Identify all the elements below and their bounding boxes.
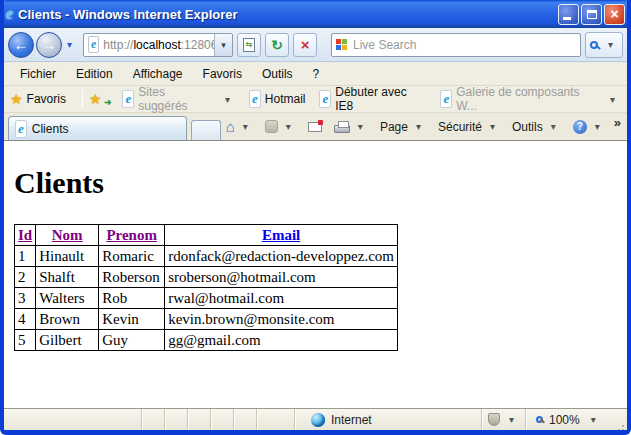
title-bar: e Clients - Windows Internet Explorer × — [0, 0, 631, 28]
tools-menu-button[interactable]: Outils ▾ — [507, 118, 566, 136]
cell-nom: Hinault — [36, 246, 99, 267]
cell-prenom: Roberson — [99, 267, 165, 288]
status-segment — [4, 409, 142, 430]
close-button[interactable]: × — [604, 4, 625, 25]
shield-icon — [488, 413, 500, 426]
add-favorite-star-icon: ★ — [89, 91, 102, 107]
tab-clients[interactable]: e Clients — [8, 116, 187, 140]
tools-dropdown-icon: ▾ — [546, 121, 561, 132]
home-button[interactable]: ⌂ ▾ — [221, 116, 258, 137]
resize-grip[interactable] — [613, 416, 627, 430]
address-bar[interactable]: e http://localhost:12806/ ▾ — [83, 33, 233, 57]
page-menu-button[interactable]: Page ▾ — [375, 118, 431, 136]
clients-table: Id Nom Prenom Email 1 Hinault Romaric rd… — [14, 224, 398, 351]
search-box[interactable] — [331, 33, 581, 57]
feeds-button[interactable]: ▾ — [260, 118, 301, 135]
cell-email: gg@gmail.com — [165, 330, 398, 351]
maximize-button[interactable] — [581, 4, 602, 25]
sort-nom-link[interactable]: Nom — [52, 227, 83, 243]
ie-logo-icon: e — [6, 5, 13, 23]
ie-favicon: e — [319, 90, 331, 108]
sort-prenom-link[interactable]: Prenom — [106, 227, 157, 243]
command-bar: ⌂ ▾ ▾ ▾ Page ▾ Sécurité ▾ — [221, 113, 627, 140]
minimize-button[interactable] — [558, 4, 579, 25]
sort-email-link[interactable]: Email — [262, 227, 300, 243]
recent-pages-dropdown[interactable]: ▾ — [62, 39, 77, 50]
add-to-favorites-button[interactable]: ★➜ — [89, 90, 106, 108]
status-bar: Internet ▾ 100% ▾ — [4, 408, 627, 430]
help-icon: ? — [573, 120, 587, 134]
separator — [82, 90, 83, 108]
menu-edition[interactable]: Edition — [66, 64, 123, 84]
favorite-debuter-ie8[interactable]: e Débuter avec IE8 — [312, 85, 433, 113]
menu-aide[interactable]: ? — [303, 64, 330, 84]
compatibility-view-button[interactable]: ⇆ — [237, 33, 261, 57]
favorites-button[interactable]: Favoris — [27, 92, 66, 106]
menu-outils[interactable]: Outils — [252, 64, 303, 84]
status-segment — [234, 409, 257, 430]
cell-nom: Walters — [36, 288, 99, 309]
toolbar-overflow-chevron[interactable]: » — [612, 113, 625, 130]
close-icon: × — [610, 7, 618, 21]
galerie-dropdown[interactable]: ▾ — [605, 94, 620, 105]
menu-favoris[interactable]: Favoris — [193, 64, 252, 84]
table-row: 1 Hinault Romaric rdonfack@redaction-dev… — [15, 246, 398, 267]
stop-button[interactable]: × — [293, 33, 317, 57]
menu-affichage[interactable]: Affichage — [123, 64, 193, 84]
favorite-galerie-composants[interactable]: e Galerie de composants W... ▾ — [433, 85, 627, 113]
protected-mode-dropdown[interactable]: ▾ — [504, 414, 519, 425]
cell-prenom: Kevin — [99, 309, 165, 330]
tab-label: Clients — [32, 122, 69, 136]
zoom-dropdown[interactable]: ▾ — [586, 414, 601, 425]
cell-prenom: Rob — [99, 288, 165, 309]
protected-mode-button[interactable]: ▾ — [482, 409, 526, 430]
favorites-star-icon: ★ — [10, 91, 23, 107]
rss-feed-icon — [265, 120, 278, 133]
cell-id: 4 — [15, 309, 36, 330]
status-segment — [211, 409, 234, 430]
page-content: Clients Id Nom Prenom Email 1 Hinault Ro… — [4, 141, 627, 408]
sort-id-link[interactable]: Id — [18, 227, 32, 243]
refresh-button[interactable]: ↻ — [265, 33, 289, 57]
security-menu-button[interactable]: Sécurité ▾ — [433, 118, 505, 136]
search-input[interactable] — [353, 38, 580, 52]
cell-id: 5 — [15, 330, 36, 351]
internet-globe-icon — [311, 413, 325, 427]
favorites-bar: ★ Favoris ★➜ e Sites suggérés ▾ e Hotmai… — [4, 86, 627, 113]
forward-button[interactable]: → — [36, 32, 62, 58]
cell-email: rwal@hotmail.com — [165, 288, 398, 309]
mail-icon — [308, 122, 322, 132]
status-segment — [142, 409, 165, 430]
menu-fichier[interactable]: Fichier — [10, 64, 66, 84]
search-icon — [590, 41, 598, 49]
help-menu-button[interactable]: ? ▾ — [568, 118, 610, 136]
table-row: 3 Walters Rob rwal@hotmail.com — [15, 288, 398, 309]
navigation-bar: ← → ▾ e http://localhost:12806/ ▾ ⇆ ↻ × … — [4, 28, 627, 62]
feeds-dropdown[interactable]: ▾ — [281, 121, 296, 132]
favorite-sites-suggeres[interactable]: e Sites suggérés ▾ — [115, 85, 242, 113]
stop-icon: × — [301, 36, 310, 53]
url-text[interactable]: http://localhost:12806/ — [103, 38, 214, 52]
zoom-icon — [536, 416, 543, 423]
read-mail-button[interactable] — [303, 120, 327, 134]
table-row: 4 Brown Kevin kevin.brown@monsite.com — [15, 309, 398, 330]
back-button[interactable]: ← — [8, 32, 34, 58]
zoom-control[interactable]: 100% ▾ — [526, 409, 613, 430]
refresh-icon: ↻ — [271, 37, 283, 53]
search-options-dropdown[interactable]: ▾ — [603, 39, 618, 50]
home-dropdown[interactable]: ▾ — [238, 121, 253, 132]
zoom-level: 100% — [549, 413, 580, 427]
new-tab-stub[interactable] — [191, 120, 220, 140]
sites-suggeres-dropdown[interactable]: ▾ — [220, 94, 235, 105]
browser-window: e Clients - Windows Internet Explorer × … — [0, 0, 631, 435]
maximize-icon — [587, 10, 597, 19]
menu-bar: Fichier Edition Affichage Favoris Outils… — [4, 62, 627, 86]
back-icon: ← — [14, 36, 29, 53]
print-button[interactable]: ▾ — [329, 118, 373, 135]
search-button[interactable]: ▾ — [585, 32, 623, 58]
favorite-hotmail[interactable]: e Hotmail — [242, 90, 312, 108]
forward-icon: → — [42, 36, 57, 53]
cell-email: sroberson@hotmail.com — [165, 267, 398, 288]
print-dropdown[interactable]: ▾ — [353, 121, 368, 132]
address-dropdown[interactable]: ▾ — [214, 34, 232, 56]
